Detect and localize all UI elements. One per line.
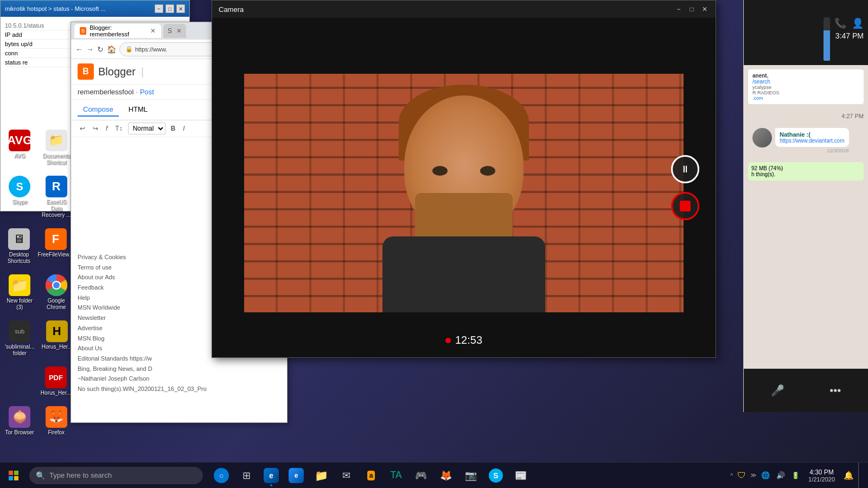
home-btn[interactable]: 🏠 xyxy=(107,45,116,54)
news-icon: 📰 xyxy=(515,470,527,481)
desktop-icon-horus[interactable]: H Horus_Her... xyxy=(40,318,74,359)
conn-label: conn xyxy=(5,50,18,56)
paragraph-format-select[interactable]: Normal xyxy=(128,123,165,134)
desktop-icon-skype[interactable]: S Skype xyxy=(3,174,37,221)
taskbar-amazon-btn[interactable]: a xyxy=(359,463,383,489)
storage-notification: 92 MB (74%) h thing(s). xyxy=(748,162,864,181)
italic-btn[interactable]: I xyxy=(181,124,187,133)
skype-label: Skype xyxy=(12,199,27,206)
recording-timer: 12:53 xyxy=(445,334,482,346)
taskbar-tripadvisor-btn[interactable]: TA xyxy=(384,463,408,489)
show-desktop-button[interactable] xyxy=(858,463,864,489)
redo-btn[interactable]: ↪ xyxy=(91,124,100,133)
skype-icon: S xyxy=(9,176,30,197)
clock-time: 4:30 PM xyxy=(809,468,834,476)
bold-btn[interactable]: B xyxy=(169,124,178,133)
desktop-icon-shortcuts[interactable]: 🖥 Desktop Shortcuts xyxy=(3,226,35,267)
taskbar-camera-btn[interactable]: 📷 xyxy=(459,463,483,489)
desktop-icon-newfolder[interactable]: 📁 New folder (3) xyxy=(3,272,37,313)
storage-percent: 92 MB (74%) xyxy=(751,165,860,171)
taskbar-ie-btn[interactable]: e xyxy=(284,463,308,489)
camera-viewport: ⏸ 12:53 xyxy=(212,18,716,357)
ip-label: IP add xyxy=(5,31,22,38)
recording-dot xyxy=(445,338,451,343)
desktop-icon-subliminal[interactable]: sub 'subliminal... folder xyxy=(3,318,37,359)
start-button[interactable] xyxy=(0,463,27,489)
fontsize-btn[interactable]: T↕ xyxy=(113,124,124,133)
taskbar-files-btn[interactable]: 📁 xyxy=(309,463,333,489)
browser-tab-inactive[interactable]: S ✕ xyxy=(163,24,186,38)
horus-label: Horus_Her... xyxy=(42,344,72,350)
more-btn[interactable]: ••• xyxy=(829,384,841,397)
tab-label: Blogger: rememberlessf xyxy=(90,24,145,37)
camera-taskbar-icon: 📷 xyxy=(465,470,477,481)
desktop-icon-freefileview[interactable]: F FreeFileView... xyxy=(38,226,73,267)
notification-btn[interactable]: 🔔 xyxy=(841,471,856,480)
taskbar-cortana-btn[interactable]: ○ xyxy=(209,463,233,489)
taskbar-news-btn[interactable]: 📰 xyxy=(509,463,533,489)
tab-close-btn[interactable]: ✕ xyxy=(150,27,156,35)
taskbar-pinned-icons: ○ ⊞ e e 📁 ✉ a xyxy=(209,463,533,489)
footer-nathaniel: ~Nathaniel Joseph Carlson xyxy=(78,374,280,384)
stop-button[interactable] xyxy=(671,192,699,220)
body-shape xyxy=(382,236,545,312)
tab2-close-btn[interactable]: ✕ xyxy=(176,27,182,35)
html-tab[interactable]: HTML xyxy=(123,103,153,117)
font-btn[interactable]: f xyxy=(104,124,110,133)
desktop-icon-avg[interactable]: AVG AVG xyxy=(3,127,37,168)
chat-sender: Nathanie :( xyxy=(780,131,845,138)
taskview-icon: ⊞ xyxy=(242,470,251,481)
forward-btn[interactable]: → xyxy=(86,45,94,54)
camera-minimize-btn[interactable]: − xyxy=(674,5,683,14)
compose-tab[interactable]: Compose xyxy=(78,103,119,117)
pdf-label: Horus_Her... xyxy=(41,390,71,396)
desktop-icon-easeus[interactable]: R EaseUS Data Recovery ... xyxy=(40,174,74,221)
expand-tray-btn[interactable]: ^ xyxy=(730,472,733,479)
taskbar-system-tray: ^ 🛡 ≫ 🌐 🔊 🔋 4:30 PM 1/21/2020 🔔 xyxy=(730,463,868,489)
right-panel-bottom: 🎤 ••• xyxy=(744,369,868,412)
subliminal-label: 'subliminal... folder xyxy=(5,344,35,357)
reload-btn[interactable]: ↻ xyxy=(97,45,104,54)
maximize-button[interactable]: □ xyxy=(165,4,174,13)
close-button[interactable]: ✕ xyxy=(176,4,185,13)
phone-icon: 📞 xyxy=(834,17,846,29)
tripadvisor-icon: TA xyxy=(390,470,402,481)
camera-close-btn[interactable]: ✕ xyxy=(700,5,709,14)
eye-right xyxy=(432,166,448,176)
chat-avatar xyxy=(752,128,772,147)
mic-btn[interactable]: 🎤 xyxy=(771,384,784,397)
bytes-label: bytes up/d xyxy=(5,41,33,47)
taskbar-search-box[interactable]: 🔍 Type here to search xyxy=(29,467,203,484)
easeus-icon: R xyxy=(46,176,67,197)
desktop-icon-pdf[interactable]: PDF Horus_Her... xyxy=(39,364,73,399)
mikrotik-title: mikrotik hotspot > status - Microsoft ..… xyxy=(5,5,155,12)
freefileview-icon: F xyxy=(45,228,67,250)
undo-btn[interactable]: ↩ xyxy=(78,124,87,133)
browser-tab-active[interactable]: B Blogger: rememberlessf ✕ xyxy=(74,24,161,38)
taskbar-skype-btn[interactable]: S xyxy=(484,463,508,489)
desktop-icon-documents[interactable]: 📁 Documents Shortcut xyxy=(40,127,74,168)
blogger-favicon: B xyxy=(80,27,86,35)
minimize-button[interactable]: − xyxy=(155,4,163,13)
search-icon: 🔍 xyxy=(36,471,45,480)
taskbar-taskview-btn[interactable]: ⊞ xyxy=(234,463,258,489)
desktop-icon-chrome[interactable]: Google Chrome xyxy=(40,272,74,313)
pause-button[interactable]: ⏸ xyxy=(671,155,699,183)
volume-icon[interactable]: 🔊 xyxy=(774,471,787,479)
xbmc-icon: 🎮 xyxy=(415,470,427,481)
system-clock[interactable]: 4:30 PM 1/21/2020 xyxy=(804,468,839,483)
desktop-icon-firefox[interactable]: 🦊 Firefox xyxy=(40,404,74,438)
desktop-icon-area: AVG AVG 📁 Documents Shortcut S Skype R E… xyxy=(0,125,76,441)
camera-maximize-btn[interactable]: □ xyxy=(687,5,696,14)
taskbar-xbmc-btn[interactable]: 🎮 xyxy=(409,463,433,489)
chat-link[interactable]: https://www.deviantart.com xyxy=(780,138,845,144)
network-icon[interactable]: 🌐 xyxy=(759,471,772,479)
back-btn[interactable]: ← xyxy=(75,45,83,54)
taskbar-firefox2-btn[interactable]: 🦊 xyxy=(434,463,458,489)
person-silhouette xyxy=(355,85,572,312)
taskbar-edge-btn[interactable]: e xyxy=(259,463,283,489)
taskbar-mail-btn[interactable]: ✉ xyxy=(334,463,358,489)
post-link[interactable]: Post xyxy=(140,88,154,96)
desktop-icon-tor[interactable]: 🧅 Tor Browser xyxy=(3,404,37,438)
easeus-label: EaseUS Data Recovery ... xyxy=(42,199,72,219)
